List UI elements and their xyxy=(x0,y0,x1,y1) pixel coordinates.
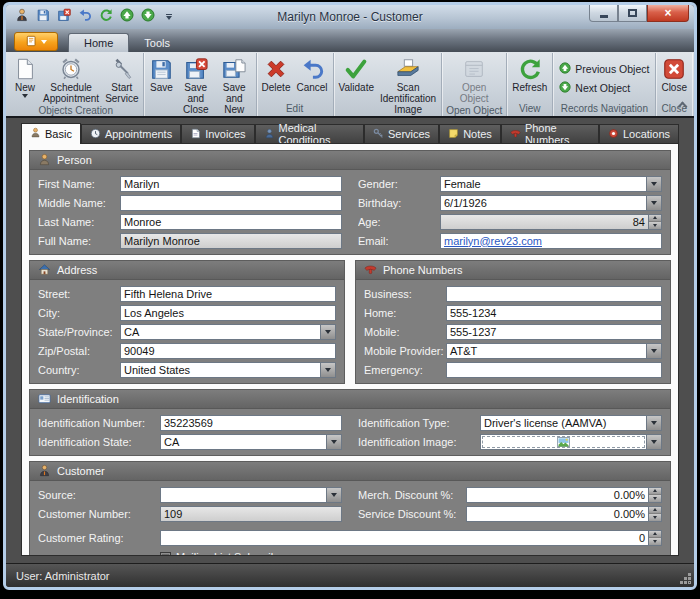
tab-notes[interactable]: Notes xyxy=(439,124,501,144)
customer-icon xyxy=(38,464,51,479)
button-label: New xyxy=(15,82,35,93)
dropdown-arrow-icon[interactable] xyxy=(646,344,661,358)
save-and-new-button[interactable]: Save and New xyxy=(215,54,254,116)
refresh-quick-button[interactable] xyxy=(98,9,114,25)
zip-input[interactable]: 90049 xyxy=(120,343,336,359)
identification-state-value: CA xyxy=(161,435,326,449)
dropdown-arrow-icon[interactable] xyxy=(320,325,335,339)
email-input[interactable]: marilyn@rev23.com xyxy=(440,233,662,249)
schedule-appointment-button[interactable]: Schedule Appointment xyxy=(40,54,102,104)
city-input[interactable]: Los Angeles xyxy=(120,305,336,321)
customer-quick-button[interactable] xyxy=(14,9,30,25)
tab-invoices[interactable]: Invoices xyxy=(181,124,254,144)
qat-customize-button[interactable] xyxy=(161,9,177,25)
birthday-picker[interactable]: 6/1/1926 xyxy=(440,195,662,211)
next-object-button[interactable]: Next Object xyxy=(559,81,649,95)
identification-state-select[interactable]: CA xyxy=(160,434,342,450)
identification-image-field[interactable] xyxy=(480,434,662,450)
refresh-button[interactable]: Refresh xyxy=(509,54,550,102)
street-input[interactable]: Fifth Helena Drive xyxy=(120,286,336,302)
next-object-quick-button[interactable] xyxy=(140,9,156,25)
save-button[interactable]: Save xyxy=(146,54,176,116)
gender-select[interactable]: Female xyxy=(440,176,662,192)
cancel-button[interactable]: Cancel xyxy=(293,54,330,102)
spinner-up-icon[interactable] xyxy=(649,507,661,515)
identification-type-select[interactable]: Driver's license (AAMVA) xyxy=(480,415,662,431)
minimize-button[interactable] xyxy=(589,5,618,22)
merch-discount-spinner[interactable] xyxy=(648,488,661,502)
customer-rating-input[interactable]: 0 xyxy=(160,530,662,546)
city-label: City: xyxy=(38,307,120,319)
tab-services[interactable]: Services xyxy=(364,124,439,144)
spinner-up-icon[interactable] xyxy=(649,215,661,223)
email-link[interactable]: marilyn@rev23.com xyxy=(441,234,661,248)
new-button[interactable]: New xyxy=(10,54,40,104)
close-record-button[interactable]: Close xyxy=(658,54,690,102)
spinner-down-icon[interactable] xyxy=(649,538,661,545)
dropdown-arrow-icon[interactable] xyxy=(646,177,661,191)
customer-rating-spinner[interactable] xyxy=(648,531,661,545)
mobile-phone-input[interactable]: 555-1237 xyxy=(446,324,662,340)
dropdown-arrow-icon[interactable] xyxy=(646,416,661,430)
save-and-close-button[interactable]: Save and Close xyxy=(176,54,215,116)
maximize-button[interactable] xyxy=(618,5,647,22)
tab-basic[interactable]: Basic xyxy=(21,123,81,144)
last-name-input[interactable]: Monroe xyxy=(120,214,342,230)
scan-identification-image-button[interactable]: Scan Identification Image xyxy=(377,54,439,116)
service-discount-input[interactable]: 0.00% xyxy=(466,506,662,522)
dropdown-arrow-icon[interactable] xyxy=(326,488,341,502)
street-label: Street: xyxy=(38,288,120,300)
ribbon-tab-home[interactable]: Home xyxy=(68,33,129,52)
application-menu-button[interactable] xyxy=(14,32,58,51)
mailing-list-checkbox[interactable] xyxy=(160,552,171,557)
middle-name-input[interactable] xyxy=(120,195,342,211)
address-phone-row: Address Street:Fifth Helena Drive City:L… xyxy=(29,260,671,384)
tab-appointments[interactable]: Appointments xyxy=(81,124,181,144)
home-phone-input[interactable]: 555-1234 xyxy=(446,305,662,321)
ribbon-group-edit: Delete Cancel Edit xyxy=(257,53,334,116)
tab-phone-numbers[interactable]: Phone Numbers xyxy=(501,124,599,144)
previous-object-button[interactable]: Previous Object xyxy=(559,62,649,76)
source-select[interactable] xyxy=(160,487,342,503)
save-quick-button[interactable] xyxy=(35,9,51,25)
person-section: Person First Name:Marilyn Middle Name: L… xyxy=(29,150,671,255)
ribbon-tab-tools[interactable]: Tools xyxy=(129,34,185,52)
validate-button[interactable]: Validate xyxy=(336,54,377,116)
dropdown-arrow-icon[interactable] xyxy=(326,435,341,449)
start-service-button[interactable]: Start Service xyxy=(102,54,141,104)
business-phone-input[interactable] xyxy=(446,286,662,302)
picture-thumbnail-icon xyxy=(557,433,570,451)
service-discount-spinner[interactable] xyxy=(648,507,661,521)
dropdown-arrow-icon[interactable] xyxy=(320,363,335,377)
first-name-input[interactable]: Marilyn xyxy=(120,176,342,192)
tab-medical-conditions[interactable]: Medical Conditions xyxy=(255,124,364,144)
identification-section: Identification Identification Number:352… xyxy=(29,389,671,456)
save-and-close-quick-button[interactable] xyxy=(56,9,72,25)
tab-locations[interactable]: Locations xyxy=(599,124,679,144)
source-label: Source: xyxy=(38,489,160,501)
spinner-up-icon[interactable] xyxy=(649,531,661,539)
dropdown-arrow-icon[interactable] xyxy=(646,196,661,210)
first-name-label: First Name: xyxy=(38,178,120,190)
home-label: Home: xyxy=(364,307,446,319)
age-value: 84 xyxy=(441,215,648,229)
merch-discount-input[interactable]: 0.00% xyxy=(466,487,662,503)
mobile-provider-select[interactable]: AT&T xyxy=(446,343,662,359)
resize-grip-icon[interactable] xyxy=(689,582,690,583)
age-spinner[interactable] xyxy=(648,215,661,229)
close-window-button[interactable]: × xyxy=(647,5,689,22)
state-select[interactable]: CA xyxy=(120,324,336,340)
delete-button[interactable]: Delete xyxy=(259,54,294,102)
identification-number-input[interactable]: 35223569 xyxy=(160,415,342,431)
full-name-label: Full Name: xyxy=(38,235,120,247)
spinner-down-icon[interactable] xyxy=(649,495,661,502)
country-select[interactable]: United States xyxy=(120,362,336,378)
undo-quick-button[interactable] xyxy=(77,9,93,25)
spinner-down-icon[interactable] xyxy=(649,222,661,229)
app-menu-icon xyxy=(26,33,38,51)
previous-object-quick-button[interactable] xyxy=(119,9,135,25)
spinner-down-icon[interactable] xyxy=(649,514,661,521)
spinner-up-icon[interactable] xyxy=(649,488,661,496)
emergency-phone-input[interactable] xyxy=(446,362,662,378)
dropdown-arrow-icon[interactable] xyxy=(646,435,661,449)
